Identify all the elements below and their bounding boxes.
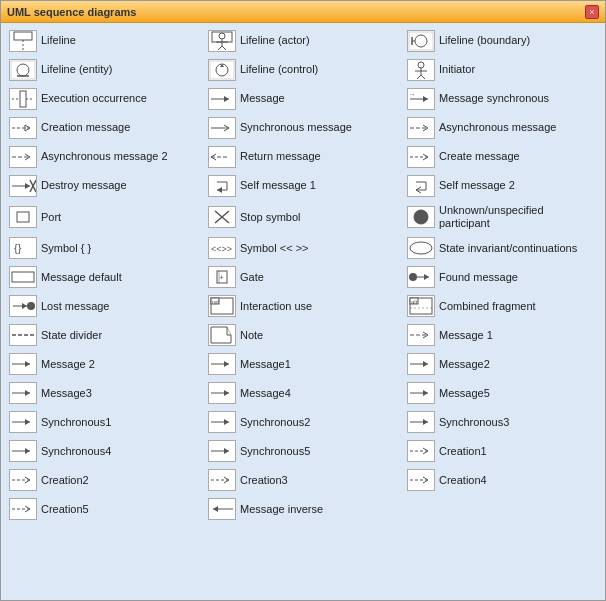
item-sync3[interactable]: Synchronous3	[403, 408, 601, 436]
item-note[interactable]: Note	[204, 321, 402, 349]
svg-marker-27	[224, 96, 229, 102]
item-creation1[interactable]: Creation1	[403, 437, 601, 465]
icon-found-msg	[407, 266, 435, 288]
item-create-msg[interactable]: Create message	[403, 143, 601, 171]
item-combined-fragment[interactable]: alt Combined fragment	[403, 292, 601, 320]
item-message1-item[interactable]: Message 1	[403, 321, 601, 349]
item-return-msg[interactable]: Return message	[204, 143, 402, 171]
icon-stop-symbol	[208, 206, 236, 228]
item-message3[interactable]: Message3	[5, 379, 203, 407]
item-symbol-guillemets[interactable]: <<>>Symbol << >>	[204, 234, 402, 262]
item-creation5[interactable]: Creation5	[5, 495, 203, 523]
icon-unknown-participant	[407, 206, 435, 228]
label-message1-item: Message 1	[439, 329, 493, 342]
item-lost-msg[interactable]: Lost message	[5, 292, 203, 320]
icon-message	[208, 88, 236, 110]
item-sync2[interactable]: Synchronous2	[204, 408, 402, 436]
label-sync4: Synchronous4	[41, 445, 111, 458]
item-unknown-participant[interactable]: Unknown/unspecified participant	[403, 201, 601, 233]
item-self-msg1[interactable]: Self message 1	[204, 172, 402, 200]
svg-point-58	[414, 210, 428, 224]
item-sync4[interactable]: Synchronous4	[5, 437, 203, 465]
item-execution[interactable]: Execution occurrence	[5, 85, 203, 113]
label-stop-symbol: Stop symbol	[240, 211, 301, 224]
item-destroy-msg[interactable]: Destroy message	[5, 172, 203, 200]
item-interaction-use[interactable]: refInteraction use	[204, 292, 402, 320]
svg-rect-55	[17, 212, 29, 222]
label-message-sync: Message synchronous	[439, 92, 549, 105]
icon-creation4	[407, 469, 435, 491]
item-lifeline-control[interactable]: Lifeline (control)	[204, 56, 402, 84]
label-message: Message	[240, 92, 285, 105]
item-state-divider[interactable]: State divider	[5, 321, 203, 349]
item-creation4[interactable]: Creation4	[403, 466, 601, 494]
item-creation-msg[interactable]: Creation message	[5, 114, 203, 142]
item-sync5[interactable]: Synchronous5	[204, 437, 402, 465]
label-lifeline-entity: Lifeline (entity)	[41, 63, 113, 76]
item-message2-item[interactable]: Message 2	[5, 350, 203, 378]
svg-marker-86	[25, 361, 30, 367]
label-message2b: Message2	[439, 358, 490, 371]
label-unknown-participant: Unknown/unspecified participant	[439, 204, 597, 230]
label-lifeline-actor: Lifeline (actor)	[240, 34, 310, 47]
close-button[interactable]: ×	[585, 5, 599, 19]
svg-line-6	[222, 46, 226, 50]
item-synchronous-msg[interactable]: Synchronous message	[204, 114, 402, 142]
item-found-msg[interactable]: Found message	[403, 263, 601, 291]
icon-message2-item	[9, 353, 37, 375]
svg-point-18	[418, 62, 424, 68]
label-creation2: Creation2	[41, 474, 89, 487]
item-creation3[interactable]: Creation3	[204, 466, 402, 494]
label-creation5: Creation5	[41, 503, 89, 516]
item-lifeline[interactable]: Lifeline	[5, 27, 203, 55]
item-lifeline-entity[interactable]: Lifeline (entity)	[5, 56, 203, 84]
svg-point-8	[415, 35, 427, 47]
icon-creation2	[9, 469, 37, 491]
svg-marker-96	[423, 390, 428, 396]
item-initiator[interactable]: Initiator	[403, 56, 601, 84]
label-message1b: Message1	[240, 358, 291, 371]
icon-state-invariant	[407, 237, 435, 259]
icon-note	[208, 324, 236, 346]
svg-marker-90	[423, 361, 428, 367]
svg-line-5	[218, 46, 222, 50]
item-message-sync[interactable]: →Message synchronous	[403, 85, 601, 113]
item-lifeline-boundary[interactable]: Lifeline (boundary)	[403, 27, 601, 55]
icon-lifeline-actor	[208, 30, 236, 52]
item-message4[interactable]: Message4	[204, 379, 402, 407]
item-message[interactable]: Message	[204, 85, 402, 113]
svg-marker-94	[224, 390, 229, 396]
label-sync5: Synchronous5	[240, 445, 310, 458]
label-sync2: Synchronous2	[240, 416, 310, 429]
item-message2b[interactable]: Message2	[403, 350, 601, 378]
item-state-invariant[interactable]: State invariant/continuations	[403, 234, 601, 262]
svg-marker-106	[224, 448, 229, 454]
svg-marker-88	[224, 361, 229, 367]
item-port[interactable]: Port	[5, 201, 203, 233]
item-message5[interactable]: Message5	[403, 379, 601, 407]
icon-gate: +	[208, 266, 236, 288]
item-msg-inverse[interactable]: Message inverse	[204, 495, 402, 523]
label-message4: Message4	[240, 387, 291, 400]
item-message1b[interactable]: Message1	[204, 350, 402, 378]
item-lifeline-actor[interactable]: Lifeline (actor)	[204, 27, 402, 55]
label-async-msg: Asynchronous message	[439, 121, 556, 134]
item-async-msg2[interactable]: Asynchronous message 2	[5, 143, 203, 171]
label-message3: Message3	[41, 387, 92, 400]
item-message-default[interactable]: Message default	[5, 263, 203, 291]
svg-marker-49	[25, 183, 30, 189]
window-title: UML sequence diagrams	[7, 6, 136, 18]
item-creation2[interactable]: Creation2	[5, 466, 203, 494]
item-self-msg2[interactable]: Self message 2	[403, 172, 601, 200]
item-sync1[interactable]: Synchronous1	[5, 408, 203, 436]
label-msg-inverse: Message inverse	[240, 503, 323, 516]
svg-text:{}: {}	[14, 242, 22, 254]
icon-combined-fragment: alt	[407, 295, 435, 317]
item-gate[interactable]: +Gate	[204, 263, 402, 291]
item-async-msg[interactable]: Asynchronous message	[403, 114, 601, 142]
item-symbol-braces[interactable]: {}Symbol { }	[5, 234, 203, 262]
svg-point-2	[219, 33, 225, 39]
item-stop-symbol[interactable]: Stop symbol	[204, 201, 402, 233]
svg-rect-62	[12, 272, 34, 282]
svg-rect-0	[14, 32, 32, 40]
